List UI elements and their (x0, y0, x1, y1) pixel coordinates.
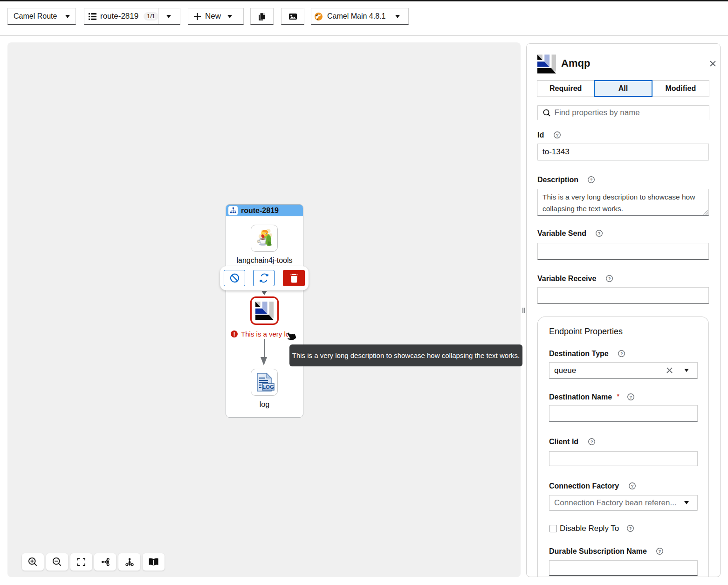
svg-text:?: ? (620, 351, 623, 356)
svg-text:?: ? (598, 231, 601, 236)
svg-text:?: ? (590, 440, 593, 444)
svg-text:?: ? (629, 526, 632, 531)
svg-text:?: ? (629, 395, 632, 399)
svg-text:?: ? (631, 484, 633, 489)
svg-text:?: ? (608, 276, 611, 281)
svg-text:?: ? (590, 178, 593, 182)
svg-text:LOG: LOG (262, 384, 274, 390)
svg-text:?: ? (659, 549, 661, 554)
svg-text:?: ? (556, 133, 558, 138)
